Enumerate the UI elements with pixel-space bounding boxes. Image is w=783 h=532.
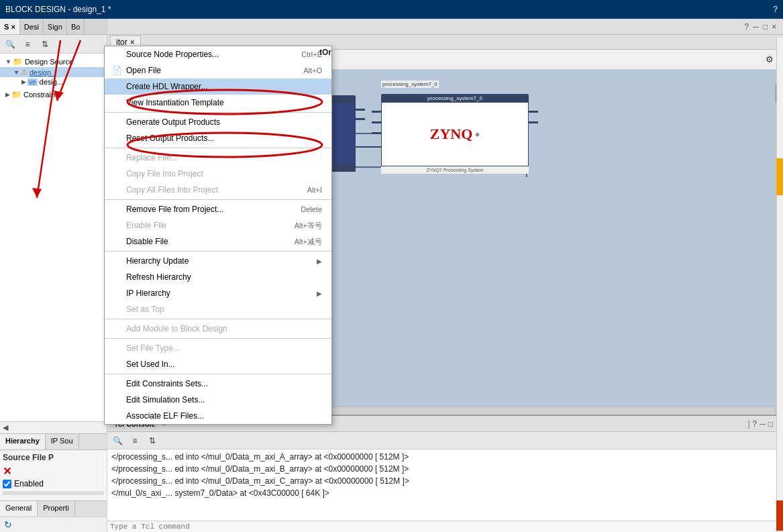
folder-icon2: 📁 [11,90,21,99]
tcl-toolbar: 🔍 ≡ ⇅ [107,432,783,449]
enabled-row: Enabled [3,479,104,488]
tcl-maximize[interactable]: □ [768,419,773,429]
tcl-search-btn[interactable]: 🔍 [110,433,125,448]
tree-item-desig-child[interactable]: ▶ ve desig... [0,77,107,87]
app-title: BLOCK DESIGN - design_1 * [5,5,111,14]
bd-settings-btn[interactable]: ⚙ [762,52,778,68]
sort-button[interactable]: ⇅ [38,37,52,52]
title-bar: BLOCK DESIGN - design_1 * ? [0,0,783,19]
search-button[interactable]: 🔍 [3,37,17,52]
scroll-red [776,500,783,531]
left-toolbar: 🔍 ≡ ⇅ [0,35,107,54]
expand-arrow: ▼ [5,58,11,65]
tab-general[interactable]: General [0,501,38,517]
remove-file-icon[interactable]: ✕ [3,465,11,478]
enabled-label: Enabled [14,479,44,488]
ctx-sep4 [105,251,331,252]
bd-minimize-icon[interactable]: ─ [753,22,759,32]
ctx-arrow-hierarchy: ▶ [317,258,322,265]
tcl-command-input[interactable] [110,523,780,531]
ctx-copy-file: Copy File Into Project [105,166,331,182]
tab-sign[interactable]: Sign [44,19,67,34]
ctx-remove-file[interactable]: Remove File from Project... Delete [105,201,331,217]
ctx-sep1 [105,112,331,113]
bd-help-icon[interactable]: ? [745,22,749,32]
slider[interactable] [3,491,104,495]
tcl-minimize[interactable]: ─ [760,419,766,429]
tcl-sort-btn[interactable]: ⇅ [145,433,160,448]
ctx-reset-output[interactable]: Reset Output Products... [105,130,331,146]
ctx-hierarchy-update[interactable]: Hierarchy Update ▶ [105,253,331,269]
filter-button[interactable]: ≡ [20,37,35,52]
tcl-line-3: </processing_s... ed into </mul_0/Data_m… [111,475,779,487]
collapse-arrow[interactable]: ◀ [0,421,107,433]
ctx-set-used-in[interactable]: Set Used In... [105,356,331,372]
tree-item-design-sources[interactable]: ▼ 📁 Design Source [0,56,107,67]
refresh-icon[interactable]: ↻ [4,519,12,530]
ctx-sep2 [105,148,331,148]
tab-hierarchy[interactable]: Hierarchy [0,434,46,449]
source-file-panel: Source File P ✕ Enabled [0,449,107,500]
ctx-set-file-type: Set File Type... [105,340,331,356]
warning-icon: ⚠ [21,68,28,76]
ctx-ip-hierarchy[interactable]: IP Hierarchy ▶ [105,285,331,301]
ctx-sep6 [105,338,331,339]
properties-tabs: General Properti [0,500,107,517]
tree-item-design1[interactable]: ▼ ⚠ design_ [0,67,107,77]
ctx-source-node-props[interactable]: Source Node Properties... Ctrl+E [105,46,331,62]
zynq-label: processing_system7_0 [381,81,439,88]
tab-sources[interactable]: S × [0,19,20,34]
zynq-title: processing_system7_0 [381,94,529,103]
tcl-line-2: </processing_s... ed into </mul_0/Data_m… [111,463,779,475]
ctx-arrow-ip: ▶ [317,290,322,297]
tcl-input-row [107,521,783,532]
scroll-orange [776,158,783,195]
title-help-icon[interactable]: ? [773,5,778,14]
ctx-refresh-hierarchy[interactable]: Refresh Hierarchy [105,269,331,285]
left-bottom-tabs: Hierarchy IP Sou [0,433,107,449]
bd-close-icon[interactable]: × [772,22,776,32]
expand-arrow4: ▶ [5,91,10,98]
ctx-open-file[interactable]: 📄 Open File Alt+O [105,62,331,78]
tab-ip-sources[interactable]: IP Sou [46,434,79,449]
ctx-copy-all-files: Copy All Files Into Project Alt+I [105,182,331,198]
ctx-disable-file[interactable]: Disable File Alt+减号 [105,233,331,250]
ctx-edit-simulation[interactable]: Edit Simulation Sets... [105,392,331,408]
tcl-pipe-icon: | [747,419,749,429]
left-panel: S × Desi Sign Bo 🔍 ≡ ⇅ ▼ 📁 Design Source… [0,19,107,532]
ctx-associate-elf[interactable]: Associate ELF Files... [105,408,331,424]
zynq-logo: ZYNQ ◆ [430,125,480,143]
ctx-enable-file: Enable File Alt+等号 [105,217,331,233]
tcl-line-4: </mul_0/s_axi_... system7_0/Data> at <0x… [111,487,779,499]
ctx-create-hdl-wrapper[interactable]: Create HDL Wrapper... [105,78,331,95]
ctx-sep5 [105,319,331,319]
tab-design[interactable]: Desi [20,19,44,34]
ctx-generate-output[interactable]: Generate Output Products [105,114,331,130]
tree-item-constraints[interactable]: ▶ 📁 Constraints [0,89,107,100]
tab-bo[interactable]: Bo [67,19,85,34]
ctx-set-as-top: Set as Top [105,301,331,317]
tab-properties[interactable]: Properti [38,501,75,517]
source-file-title: Source File P [3,453,104,462]
ctx-add-module: Add Module to Block Design [105,321,331,337]
verilog-icon: ve [28,78,38,86]
tcl-content: </processing_s... ed into </mul_0/Data_m… [107,449,783,521]
bd-maximize-icon[interactable]: □ [763,22,768,32]
ctx-sep7 [105,374,331,374]
bd-header: ? ─ □ × [107,19,783,35]
source-tab-bar: S × Desi Sign Bo [0,19,107,35]
tcl-filter-btn[interactable]: ≡ [127,433,142,448]
ctx-edit-constraints[interactable]: Edit Constraints Sets... [105,376,331,392]
block-zynq: processing_system7_0 ZYNQ ◆ ZYNQ7 Proces… [381,94,529,174]
expand-arrow3: ▶ [21,78,26,85]
ctx-replace-file: Replace File... [105,150,331,166]
file-tree: ▼ 📁 Design Source ▼ ⚠ design_ ▶ ve desig… [0,54,107,421]
tcl-panel: Tcl Console × | ? ─ □ × 🔍 ≡ ⇅ </processi… [107,415,783,532]
tcl-line-1: </processing_s... ed into </mul_0/Data_m… [111,451,779,463]
zynq-subtitle: ZYNQ7 Processing System [381,166,529,174]
context-menu: Source Node Properties... Ctrl+E 📄 Open … [104,46,332,425]
ctx-view-instantiation[interactable]: View Instantiation Template [105,95,331,111]
enabled-checkbox[interactable] [3,480,11,488]
tcl-help[interactable]: ? [753,419,758,429]
folder-icon: 📁 [13,57,23,66]
